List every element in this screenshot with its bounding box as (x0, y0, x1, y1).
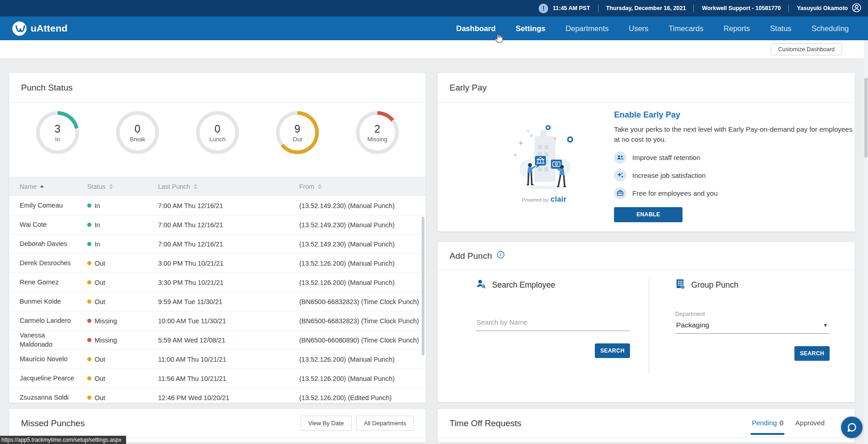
status-label: Out (95, 279, 105, 286)
view-by-date-button[interactable]: View By Date (301, 416, 352, 431)
tab-pending[interactable]: Pending0 (752, 419, 783, 428)
missed-punches-buttons: View By DateAll Departments (301, 416, 414, 431)
donut-label: Lunch (209, 136, 225, 143)
user-menu[interactable]: Yasuyuki Okamoto (797, 3, 862, 14)
bullet-free: Free for employees and you (614, 187, 855, 199)
group-punch-section: $ Group Punch Department Packaging ▼ SEA… (649, 278, 855, 374)
sort-icon (40, 185, 44, 187)
table-row: Zsuzsanna SoldiOut12:46 PM Wed 10/20/21(… (9, 388, 426, 403)
brand-name: uAttend (31, 23, 68, 34)
tab-approved[interactable]: Approved (795, 419, 825, 428)
sort-icon (194, 184, 197, 189)
employee-status: In (87, 221, 158, 229)
page-header-strip: Customize Dashboard (0, 40, 868, 58)
nav-item-dashboard[interactable]: Dashboard (456, 24, 496, 33)
search-employee-input[interactable] (476, 318, 630, 331)
column-header-last-punch[interactable]: Last Punch (158, 183, 299, 190)
punch-from: (13.52.149.230) (Manual Punch) (299, 241, 426, 248)
search-employee-button[interactable]: SEARCH (595, 343, 630, 358)
nav-item-timecards[interactable]: Timecards (668, 24, 703, 33)
donut-label: Missing (367, 136, 387, 143)
status-label: In (95, 202, 100, 209)
table-row: Derek DesrochesOut3:00 PM Thu 10/21/21(1… (9, 254, 426, 273)
search-employee-icon (476, 278, 487, 292)
user-name: Yasuyuki Okamoto (797, 5, 848, 11)
employee-status: Out (87, 394, 158, 401)
status-label: Out (95, 298, 105, 305)
punch-from: (13.52.149.230) (Manual Punch) (299, 202, 426, 209)
early-pay-description: Take your perks to the next level with E… (614, 124, 855, 144)
page-scrollbar[interactable] (864, 40, 868, 444)
nav-item-scheduling[interactable]: Scheduling (811, 24, 849, 33)
early-pay-bullets: Improve staff retention Increase job sat… (614, 151, 855, 199)
last-punch: 5:59 AM Wed 12/08/21 (158, 337, 299, 344)
punch-from: (13.52.126.200) (Manual Punch) (299, 375, 426, 382)
punch-from: (13.52.149.230) (Manual Punch) (299, 221, 426, 229)
donut-label: Out (293, 136, 302, 143)
status-label: Out (95, 260, 105, 267)
department-select[interactable]: Packaging ▼ (675, 321, 830, 334)
uattend-logo[interactable]: uAttend (12, 21, 68, 36)
status-dot (87, 300, 91, 304)
punch-status-title: Punch Status (9, 73, 426, 103)
status-dot (87, 203, 91, 208)
bullet-label: Increase job satisfaction (632, 171, 706, 179)
donut-label: Break (130, 136, 145, 143)
table-row: Jacqueline PearceOut11:56 AM Thu 10/21/2… (9, 369, 426, 388)
punch-from: (13.52.126.200) (Manual Punch) (299, 279, 426, 286)
donut-missing: 2Missing (356, 111, 399, 154)
all-departments-button[interactable]: All Departments (356, 416, 414, 431)
status-dot (87, 280, 91, 284)
sparkles-icon (614, 169, 626, 182)
powered-by-clair: Powered by clair (522, 195, 566, 203)
user-icon (852, 3, 862, 14)
status-label: In (95, 221, 100, 229)
nav-item-users[interactable]: Users (629, 24, 648, 33)
employee-status: Out (87, 298, 158, 305)
punch-table-header: NameStatusLast PunchFrom (9, 177, 426, 196)
chevron-down-icon: ▼ (823, 322, 828, 328)
column-label: Name (20, 183, 37, 190)
column-header-name[interactable]: Name (20, 183, 87, 190)
tab-label: Pending (752, 419, 777, 427)
column-header-status[interactable]: Status (87, 183, 158, 190)
employee-name: Derek Desroches (20, 259, 87, 268)
employee-name: Zsuzsanna Soldi (20, 393, 87, 402)
punch-from: (BN6500-66832823) (Time Clock Punch) (299, 298, 426, 305)
nav-item-reports[interactable]: Reports (724, 24, 750, 33)
group-punch-icon: $ (675, 278, 686, 292)
column-header-from[interactable]: From (299, 183, 426, 190)
department-value: Packaging (676, 321, 709, 329)
punch-from: (13.52.126.200) (Manual Punch) (299, 260, 426, 267)
employee-status: Out (87, 279, 158, 286)
search-employee-heading: Search Employee (492, 280, 555, 290)
status-dot (87, 261, 91, 265)
sort-icon (109, 184, 113, 189)
current-time: 11:45 AM PST (553, 5, 590, 11)
employee-name: Deborah Davies (20, 240, 87, 249)
page-scrollbar-thumb[interactable] (864, 78, 868, 158)
alert-icon[interactable] (539, 4, 548, 13)
nav-item-departments[interactable]: Departments (566, 24, 609, 33)
info-icon[interactable] (497, 251, 505, 261)
chat-widget-button[interactable] (841, 417, 863, 438)
svg-text:$: $ (682, 286, 683, 289)
enable-button[interactable]: ENABLE (614, 207, 683, 222)
donut-value: 0 (135, 123, 141, 135)
punch-table-scrollbar[interactable] (422, 217, 424, 355)
punch-from: (BN6500-66080890) (Time Clock Punch) (299, 337, 426, 344)
table-row: Deborah DaviesIn7:00 AM Thu 12/16/21(13.… (9, 235, 426, 254)
group-punch-search-button[interactable]: SEARCH (794, 346, 830, 361)
employee-name: Rene Gomez (20, 278, 87, 287)
nav-item-settings[interactable]: Settings (516, 24, 545, 33)
customize-dashboard-button[interactable]: Customize Dashboard (771, 43, 842, 55)
add-punch-card: Add Punch Search Employee SEARCH $ Grou (437, 241, 855, 402)
main-nav: DashboardSettingsDepartmentsUsersTimecar… (456, 24, 849, 33)
last-punch: 11:56 AM Thu 10/21/21 (158, 375, 299, 382)
last-punch: 7:00 AM Thu 12/16/21 (158, 241, 299, 248)
status-label: Out (95, 394, 105, 401)
nav-item-status[interactable]: Status (770, 24, 792, 33)
employee-status: Missing (87, 317, 158, 325)
last-punch: 3:30 PM Thu 10/21/21 (158, 279, 299, 286)
early-pay-title: Early Pay (438, 73, 855, 103)
